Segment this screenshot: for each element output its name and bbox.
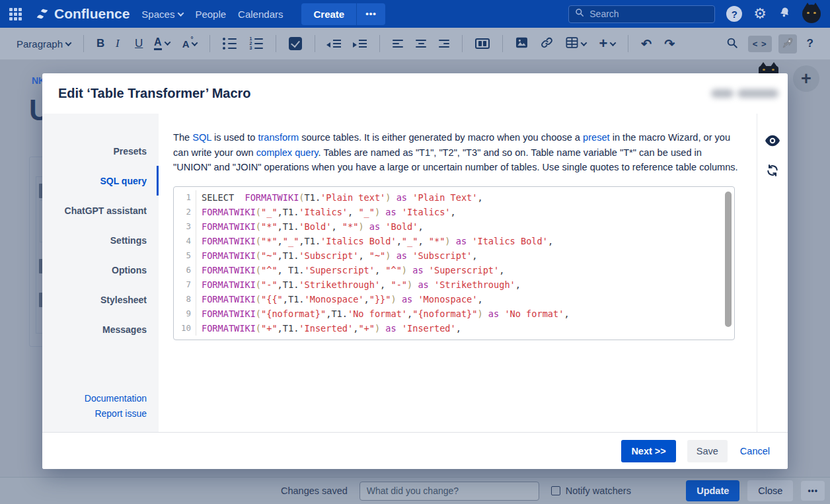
page-layout-icon [475, 38, 490, 49]
outdent-button[interactable] [324, 37, 344, 50]
italic-button[interactable]: I [112, 34, 126, 53]
redo-icon: ↷ [664, 38, 675, 50]
nav-people[interactable]: People [195, 9, 226, 20]
sidebar-link-documentation[interactable]: Documentation [85, 391, 147, 406]
indent-button[interactable] [350, 37, 370, 50]
code-line: 2FORMATWIKI("_",T1.'Italics', "_") as 'I… [174, 205, 734, 219]
indent-icon [354, 40, 367, 48]
create-more-button[interactable]: ••• [356, 3, 385, 25]
align-center-button[interactable] [412, 37, 430, 50]
sidebar-item-options[interactable]: Options [42, 255, 159, 285]
plus-icon: + [599, 38, 607, 50]
macro-edit-dialog: Edit ‘Table Transformer’ Macro PresetsSQ… [42, 73, 788, 469]
confluence-logo[interactable]: Confluence [35, 6, 130, 22]
line-number: 1 [174, 190, 196, 205]
table-icon [566, 37, 578, 50]
underline-button[interactable]: U [132, 34, 145, 53]
outdent-icon [328, 40, 341, 48]
source-editor-button[interactable]: < > [748, 36, 772, 52]
insert-files-button[interactable] [512, 34, 531, 53]
undo-button[interactable]: ↶ [638, 35, 655, 53]
chevron-down-icon [178, 10, 184, 17]
more-options-button[interactable]: ••• [801, 481, 825, 501]
redacted-text [711, 89, 778, 98]
more-formatting-dropdown[interactable]: A [179, 36, 201, 52]
task-list-button[interactable] [285, 34, 305, 53]
search-icon [575, 8, 584, 20]
dialog-footer: Next >> Save Cancel [42, 432, 788, 469]
next-button[interactable]: Next >> [621, 440, 675, 462]
align-left-button[interactable] [389, 37, 406, 50]
preview-button[interactable] [765, 135, 780, 149]
sql-code-editor[interactable]: 1SELECT FORMATWIKI(T1.'Plain text') as '… [173, 186, 735, 340]
redo-button[interactable]: ↷ [661, 35, 678, 53]
sidebar-item-sql-query[interactable]: SQL query [42, 166, 159, 196]
inline-link-transform[interactable]: transform [258, 132, 299, 143]
align-right-button[interactable] [435, 37, 453, 50]
code-line: 8FORMATWIKI("{{",T1.'Monospace',"}}") as… [174, 292, 734, 306]
help-icon[interactable]: ? [726, 6, 742, 22]
sidebar-item-presets[interactable]: Presets [42, 136, 159, 166]
top-navbar: Confluence Spaces People Calendars Creat… [0, 0, 830, 28]
code-line: 1SELECT FORMATWIKI(T1.'Plain text') as '… [174, 190, 734, 205]
create-button[interactable]: Create [301, 3, 356, 25]
screen: Confluence Spaces People Calendars Creat… [0, 0, 830, 504]
insert-link-button[interactable] [537, 34, 556, 54]
sidebar-item-stylesheet[interactable]: Stylesheet [42, 285, 159, 314]
paragraph-style-dropdown[interactable]: Paragraph [13, 36, 74, 52]
inline-link-complex-query[interactable]: complex query [256, 147, 319, 158]
find-replace-button[interactable] [723, 34, 741, 54]
code-line: 5FORMATWIKI("~",T1.'Subscript', "~") as … [174, 248, 734, 263]
editor-toolbar: Paragraph B I U A A 123 [0, 28, 830, 59]
rocket-addon-button[interactable] [778, 34, 797, 54]
change-comment-input[interactable] [359, 482, 539, 501]
sidebar-link-report-issue[interactable]: Report issue [85, 406, 147, 421]
app-switcher-icon[interactable] [9, 8, 22, 20]
notify-watchers-label: Notify watchers [566, 486, 631, 496]
code-line: 10FORMATWIKI("+",T1.'Inserted',"+") as '… [174, 321, 734, 336]
insert-table-dropdown[interactable] [562, 34, 589, 53]
sidebar-item-settings[interactable]: Settings [42, 225, 159, 255]
bullet-list-button[interactable] [219, 35, 240, 52]
search-input[interactable] [589, 9, 695, 19]
cancel-button[interactable]: Cancel [739, 440, 771, 462]
code-line: 7FORMATWIKI("-",T1.'Strikethrough', "-")… [174, 277, 734, 292]
inline-link-preset[interactable]: preset [583, 132, 610, 143]
dialog-sidebar: PresetsSQL queryChatGPT assistantSetting… [42, 114, 159, 432]
code-scrollbar-thumb[interactable] [725, 192, 732, 327]
bell-icon[interactable] [776, 5, 793, 23]
sidebar-item-chatgpt-assistant[interactable]: ChatGPT assistant [42, 196, 159, 225]
dialog-main-panel: The SQL is used to transform source tabl… [159, 114, 757, 432]
undo-icon: ↶ [641, 38, 652, 50]
insert-more-dropdown[interactable]: + [595, 35, 619, 52]
editor-help-button[interactable]: ? [804, 34, 817, 53]
dialog-title: Edit ‘Table Transformer’ Macro [58, 86, 251, 101]
eye-icon [765, 135, 780, 149]
update-button[interactable]: Update [686, 480, 739, 501]
add-content-button[interactable]: + [793, 65, 819, 92]
nav-calendars[interactable]: Calendars [238, 9, 283, 20]
close-button[interactable]: Close [747, 480, 793, 501]
user-avatar[interactable] [802, 5, 821, 23]
inline-link-sql[interactable]: SQL [192, 132, 211, 143]
line-number: 6 [174, 263, 196, 277]
bold-button[interactable]: B [93, 34, 106, 53]
sidebar-item-messages[interactable]: Messages [42, 314, 159, 344]
gear-icon[interactable]: ⚙ [753, 7, 767, 21]
notify-watchers-checkbox[interactable] [551, 486, 560, 495]
chevron-down-icon [65, 40, 72, 46]
page-layout-button[interactable] [472, 36, 493, 52]
save-button[interactable]: Save [687, 440, 728, 462]
nav-search-box[interactable] [568, 5, 715, 23]
line-number: 3 [174, 219, 196, 234]
sql-description: The SQL is used to transform source tabl… [173, 130, 742, 175]
image-icon [515, 37, 528, 50]
numbered-list-icon: 123 [249, 38, 263, 50]
refresh-button[interactable] [766, 164, 779, 180]
numbered-list-button[interactable]: 123 [246, 35, 266, 52]
nav-spaces[interactable]: Spaces [141, 9, 183, 20]
text-color-dropdown[interactable]: A [151, 34, 173, 53]
save-status-text: Changes saved [281, 486, 348, 496]
rocket-icon [782, 37, 794, 51]
line-number: 9 [174, 306, 196, 321]
